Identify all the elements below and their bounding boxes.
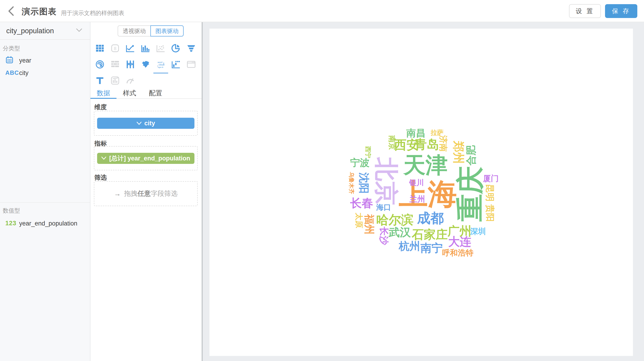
dataset-name: city_population: [6, 27, 54, 35]
arrow-right-icon: →: [114, 190, 121, 198]
funnel-chart-icon[interactable]: [184, 40, 199, 56]
pivot-mode-button[interactable]: 透视驱动: [118, 25, 150, 37]
wordcloud-word[interactable]: 深圳: [470, 227, 486, 235]
wordcloud-word[interactable]: 呼和浩特: [442, 249, 474, 257]
wordcloud-word[interactable]: 大连: [448, 236, 471, 247]
chart-canvas[interactable]: 上海重庆北京天津成都哈尔滨西安青岛石家庄广州郑州长春大连武汉南宁杭州沈阳合肥福州…: [210, 29, 633, 356]
parallel-chart-icon[interactable]: [123, 56, 138, 73]
waterfall-chart-icon[interactable]: [168, 56, 184, 73]
wordcloud-word[interactable]: 长沙: [380, 227, 389, 245]
wordcloud-word[interactable]: 重庆: [456, 166, 484, 222]
field-name: year_end_population: [19, 220, 77, 227]
abc-icon: ABC: [5, 69, 19, 76]
save-button[interactable]: 保 存: [605, 4, 637, 18]
word-cloud-icon[interactable]: wordtagcloudchnagile Bi: [153, 56, 168, 73]
bar-chart-icon[interactable]: [138, 40, 153, 56]
chart-type-grid: 8wordtagcloudchnagile Bi: [92, 40, 200, 89]
svg-text:cloud: cloud: [159, 64, 164, 66]
wordcloud-word[interactable]: 太原: [355, 213, 363, 228]
metric-pill-label: [总计] year_end_population: [109, 154, 190, 163]
svg-text:8: 8: [114, 46, 116, 51]
chevron-down-icon: [101, 157, 106, 160]
chart-mode-button[interactable]: 图表驱动: [150, 25, 184, 37]
field-name: year: [19, 57, 31, 64]
wordcloud-word[interactable]: 乌鲁木齐: [349, 172, 354, 194]
wordcloud-word[interactable]: 西宁: [365, 146, 371, 158]
wordcloud-word[interactable]: 合肥: [466, 145, 476, 166]
page-subtitle: 用于演示文档的样例图表: [61, 9, 124, 17]
metric-dropzone[interactable]: [总计] year_end_population: [94, 146, 198, 170]
field-sidebar: city_population 分类型 year ABC city 数值型 12…: [0, 22, 90, 361]
table-chart-icon[interactable]: [92, 40, 108, 56]
field-year-end-population[interactable]: 123 year_end_population: [0, 217, 90, 230]
panel-tabs: 数据 样式 配置: [90, 89, 202, 99]
combo-chart-icon[interactable]: [108, 73, 123, 89]
filter-hint-text: 拖拽: [124, 189, 138, 198]
china-map-icon[interactable]: [138, 56, 153, 73]
filter-label: 筛选: [94, 173, 107, 182]
chevron-down-icon: [76, 28, 82, 32]
header: 演示图表 用于演示文档的样例图表 设 置 保 存: [0, 0, 644, 22]
wordcloud-word[interactable]: 海口: [376, 204, 391, 211]
wordcloud-word[interactable]: 南宁: [420, 243, 443, 254]
wordcloud-word[interactable]: 兰州: [410, 195, 425, 203]
svg-text:agile Bi: agile Bi: [158, 67, 163, 68]
chevron-down-icon: [136, 122, 142, 125]
pie-chart-icon[interactable]: [168, 40, 184, 56]
wordcloud-word[interactable]: 沈阳: [359, 172, 369, 194]
wordcloud-word[interactable]: 北京: [374, 157, 398, 205]
wordcloud-word[interactable]: 长春: [350, 197, 373, 209]
wordcloud-word[interactable]: 杭州: [399, 241, 420, 251]
wordcloud-word[interactable]: 哈尔滨: [376, 213, 414, 226]
wordcloud-word[interactable]: 天津: [404, 154, 448, 176]
field-name: city: [19, 70, 28, 77]
filter-hint-text: 字段筛选: [151, 189, 178, 198]
numeric-section-label: 数值型: [3, 207, 20, 214]
gauge-chart-icon[interactable]: [123, 73, 138, 89]
filter-hint-emphasis: 任意: [138, 189, 151, 198]
filter-dropzone[interactable]: → 拖拽任意字段筛选: [94, 181, 198, 206]
sidebar-divider: [0, 202, 90, 203]
tab-style[interactable]: 样式: [116, 89, 142, 98]
wordcloud-word[interactable]: 南昌: [406, 128, 426, 138]
wordcloud-word[interactable]: 石家庄: [412, 228, 448, 240]
text-card-icon[interactable]: [92, 73, 108, 89]
iframe-card-icon[interactable]: [184, 56, 199, 73]
dataset-selector[interactable]: city_population: [0, 22, 90, 40]
wordcloud-word[interactable]: 拉萨: [431, 130, 444, 136]
number-card-icon[interactable]: 8: [108, 40, 123, 56]
wordcloud-word[interactable]: 南京: [388, 135, 396, 150]
wordcloud-word[interactable]: 昆明: [486, 184, 494, 201]
wordcloud-word[interactable]: 上海: [399, 180, 457, 209]
gantt-chart-icon[interactable]: [108, 56, 123, 73]
tab-config[interactable]: 配置: [142, 89, 168, 98]
field-year[interactable]: year: [0, 55, 90, 67]
wordcloud-word[interactable]: 银川: [409, 179, 424, 186]
wordcloud-word[interactable]: 济南: [439, 135, 448, 152]
tab-data[interactable]: 数据: [90, 89, 116, 98]
wordcloud-word[interactable]: 宁波: [350, 158, 370, 168]
back-icon[interactable]: [6, 5, 18, 17]
scatter-chart-icon[interactable]: [153, 40, 168, 56]
dimension-pill[interactable]: city: [97, 118, 194, 129]
metric-pill[interactable]: [总计] year_end_population: [97, 153, 194, 164]
settings-button[interactable]: 设 置: [569, 4, 601, 18]
wordcloud-word[interactable]: 厦门: [483, 175, 499, 182]
config-panel: 透视驱动 图表驱动 8wordtagcloudchnagile Bi 数据 样式…: [90, 22, 202, 361]
wordcloud-word[interactable]: 成都: [417, 211, 444, 225]
wordcloud-word[interactable]: 福州: [364, 214, 374, 234]
calendar-icon: [6, 56, 14, 65]
canvas-background: 上海重庆北京天津成都哈尔滨西安青岛石家庄广州郑州长春大连武汉南宁杭州沈阳合肥福州…: [203, 22, 644, 361]
dimension-label: 维度: [94, 103, 107, 111]
dimension-pill-label: city: [144, 120, 155, 127]
wordcloud-word[interactable]: 武汉: [389, 227, 411, 238]
wordcloud-word[interactable]: 贵阳: [486, 204, 494, 222]
line-chart-icon[interactable]: [123, 40, 138, 56]
123-icon: 123: [5, 220, 16, 227]
radar-chart-icon[interactable]: [92, 56, 108, 73]
field-city[interactable]: ABC city: [0, 67, 90, 80]
filter-hint: → 拖拽任意字段筛选: [114, 189, 178, 198]
dimension-dropzone[interactable]: city: [94, 111, 198, 136]
wordcloud-word[interactable]: 郑州: [453, 141, 464, 164]
wordcloud-word[interactable]: 青岛: [414, 138, 439, 151]
